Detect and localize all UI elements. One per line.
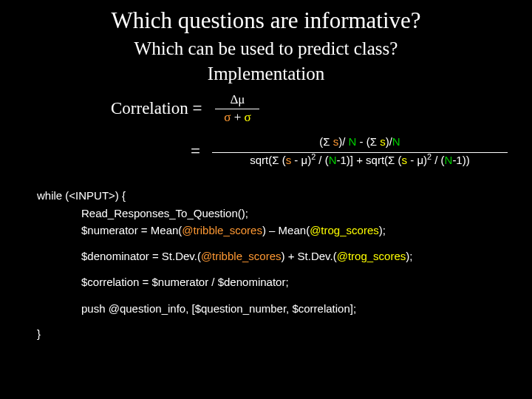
trog-scores: @trog_scores (310, 224, 379, 236)
num-text: )/ (386, 135, 392, 148)
frac2-numerator: (Σ s)/ N - (Σ s)/N (319, 136, 400, 149)
code-line: push @question_info, [$question_number, … (81, 300, 532, 317)
code-line: $denominator = St.Dev.(@tribble_scores) … (81, 248, 532, 265)
equals-sign: = (191, 142, 200, 161)
den-n2: N (445, 154, 453, 166)
code-line: Read_Responses_To_Question(); (81, 205, 532, 222)
frac1-denominator: σ + σ (224, 111, 250, 125)
num-s2: s (380, 135, 386, 148)
den-text: -1)] + sqrt(Σ ( (337, 154, 402, 166)
trog-scores: @trog_scores (337, 250, 406, 262)
correlation-fraction-1: Δμ σ + σ (215, 93, 259, 124)
code-text: $numerator = Mean( (81, 224, 182, 236)
den-n1: N (329, 154, 337, 166)
code-text: ); (406, 250, 412, 262)
correlation-equation-1: Correlation = Δμ σ + σ (111, 93, 532, 124)
den-text: / ( (316, 154, 329, 166)
correlation-lhs: Correlation = (111, 99, 202, 118)
fraction-bar (212, 152, 508, 153)
code-line: $numerator = Mean(@tribble_scores) – Mea… (81, 222, 532, 239)
frac1-numerator: Δμ (230, 93, 245, 107)
correlation-equation-2: = (Σ s)/ N - (Σ s)/N sqrt(Σ (s - μ)2 / (… (191, 136, 532, 166)
num-text: (Σ (366, 135, 380, 148)
code-line: $correlation = $numerator / $denominator… (81, 273, 532, 290)
num-text: (Σ (319, 135, 332, 148)
num-n2: N (392, 135, 400, 148)
code-closing-brace: } (37, 327, 532, 340)
num-n1: N (349, 135, 357, 148)
den-text: - μ) (291, 154, 311, 166)
pseudocode-block: while (<INPUT>) { Read_Responses_To_Ques… (37, 187, 532, 317)
code-text: ) – Mean( (262, 224, 310, 236)
correlation-fraction-2: (Σ s)/ N - (Σ s)/N sqrt(Σ (s - μ)2 / (N-… (212, 136, 508, 166)
code-text: $denominator = St.Dev.( (81, 250, 201, 262)
sigma-2: σ (245, 110, 251, 124)
code-text: ) + St.Dev.( (282, 250, 337, 262)
den-text: sqrt(Σ ( (250, 154, 285, 166)
fraction-bar (215, 109, 259, 109)
tribble-scores: @tribble_scores (182, 224, 262, 236)
den-s2: s (402, 154, 408, 166)
den-text: / ( (432, 154, 445, 166)
slide-subtitle: Which can be used to predict class? (0, 38, 532, 59)
num-text: )/ (338, 135, 348, 148)
slide-title: Which questions are informative? (0, 0, 532, 34)
implementation-heading: Implementation (0, 64, 532, 84)
code-text: ); (379, 224, 386, 236)
den-text: - μ) (407, 154, 427, 166)
den-text: -1)) (452, 154, 469, 166)
frac2-denominator: sqrt(Σ (s - μ)2 / (N-1)] + sqrt(Σ (s - μ… (250, 154, 469, 167)
num-minus: - (356, 135, 366, 148)
tribble-scores: @tribble_scores (201, 250, 282, 262)
plus-sign: + (231, 110, 244, 124)
code-line: while (<INPUT>) { (37, 187, 532, 204)
